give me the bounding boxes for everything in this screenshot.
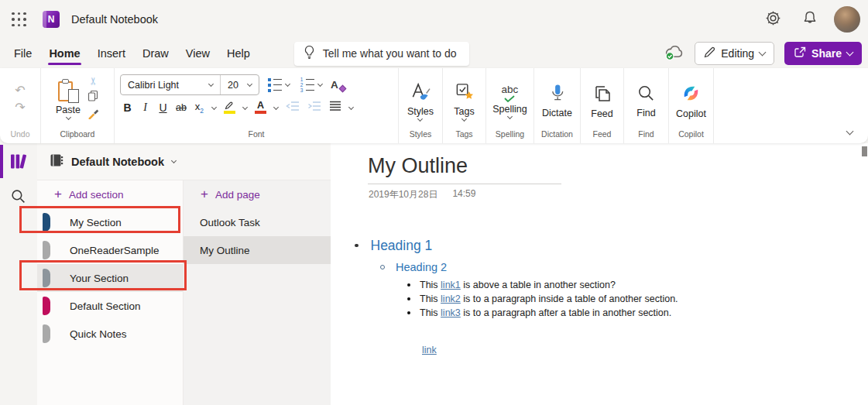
ribbon-group-tags: Tags Tags <box>443 68 486 143</box>
heading1-text[interactable]: Heading 1 <box>371 238 433 254</box>
link3-hyperlink[interactable]: link3 <box>441 307 461 318</box>
chevron-down-icon[interactable] <box>348 104 354 109</box>
notifications-button[interactable] <box>797 6 823 33</box>
format-painter-icon[interactable] <box>87 108 99 122</box>
font-group-label: Font <box>248 129 264 143</box>
notebooks-library-icon[interactable] <box>9 152 29 174</box>
section-label: OneReaderSample <box>70 245 160 256</box>
subscript-button[interactable]: x2 <box>194 101 204 115</box>
menu-insert[interactable]: Insert <box>89 39 134 68</box>
ribbon-spacer <box>714 68 868 143</box>
tags-label: Tags <box>454 106 474 117</box>
search-icon[interactable] <box>10 188 26 208</box>
chevron-down-icon <box>507 113 513 118</box>
standalone-hyperlink[interactable]: link <box>422 345 437 355</box>
onenote-logo-icon[interactable]: N <box>43 11 60 28</box>
styles-label: Styles <box>407 106 434 117</box>
pencil-icon <box>704 46 715 60</box>
bullet-icon <box>407 283 410 287</box>
add-page-button[interactable]: + Add page <box>184 180 331 208</box>
section-item-your-section[interactable]: Your Section <box>37 264 183 292</box>
page-item-my-outline[interactable]: My Outline <box>184 236 331 264</box>
font-color-a-icon: A <box>257 101 264 110</box>
clear-formatting-button[interactable]: A <box>331 79 345 91</box>
add-section-label: Add section <box>69 189 124 201</box>
share-button[interactable]: Share <box>784 42 862 65</box>
menu-file[interactable]: File <box>5 39 40 68</box>
styles-button[interactable]: Styles <box>407 77 434 121</box>
font-color-button[interactable]: A <box>255 101 266 114</box>
find-button[interactable]: Find <box>636 79 656 118</box>
menu-help[interactable]: Help <box>218 39 259 68</box>
copy-icon[interactable] <box>87 90 98 105</box>
paste-button[interactable]: Paste <box>56 79 81 119</box>
chevron-down-icon[interactable] <box>211 104 217 109</box>
bullet-icon <box>407 297 410 300</box>
vertical-scrollbar-thumb[interactable] <box>862 146 867 156</box>
bold-button[interactable]: B <box>122 101 132 114</box>
collapse-ribbon-icon[interactable] <box>846 128 854 136</box>
numbered-list-button[interactable]: 1 2 3 <box>298 77 324 94</box>
chevron-down-icon[interactable] <box>273 104 279 109</box>
section-item-default-section[interactable]: Default Section <box>37 292 183 320</box>
bullet-list-button[interactable] <box>266 77 291 94</box>
chevron-down-icon <box>759 49 767 57</box>
cut-icon[interactable]: ✂ <box>87 77 99 85</box>
bullet-item: This link3 is to a paragraph after a tab… <box>331 306 845 320</box>
section-item-my-section[interactable]: My Section <box>37 208 183 236</box>
chevron-down-icon <box>65 114 70 119</box>
add-section-button[interactable]: + Add section <box>37 180 183 208</box>
highlight-color-bar <box>224 111 235 114</box>
font-name-select[interactable]: Calibri Light <box>121 75 220 94</box>
workspace: Default Notebook + Add section My Sectio… <box>0 143 868 405</box>
section-color-tab <box>43 269 50 287</box>
chevron-down-icon <box>247 81 252 87</box>
ribbon-group-styles: Styles Styles <box>399 68 443 143</box>
ribbon-group-undo: ↶ ↷ Undo <box>0 68 41 143</box>
tags-button[interactable]: Tags <box>454 77 474 121</box>
editing-mode-button[interactable]: Editing <box>695 42 774 65</box>
settings-button[interactable] <box>760 6 786 33</box>
link2-hyperlink[interactable]: link2 <box>441 293 461 304</box>
gear-icon <box>765 10 781 29</box>
notebook-switcher[interactable]: Default Notebook <box>37 143 331 180</box>
chevron-down-icon <box>208 81 214 87</box>
italic-button[interactable]: I <box>140 101 150 114</box>
link1-hyperlink[interactable]: link1 <box>441 280 461 290</box>
increase-indent-icon[interactable] <box>307 101 321 115</box>
spelling-group-label: Spelling <box>496 129 524 143</box>
menu-draw[interactable]: Draw <box>134 39 177 68</box>
chevron-down-icon[interactable] <box>242 104 248 109</box>
underline-button[interactable]: U <box>158 101 168 114</box>
page-canvas[interactable]: My Outline 2019年10月28日 14:59 Heading 1 H… <box>331 143 868 405</box>
page-item-outlook-task[interactable]: Outlook Task <box>184 208 331 236</box>
strikethrough-button[interactable]: ab <box>176 102 187 113</box>
user-avatar[interactable] <box>834 6 860 33</box>
spelling-button[interactable]: abc Spelling <box>492 80 527 118</box>
highlight-button[interactable] <box>224 101 235 114</box>
decrease-indent-icon[interactable] <box>286 101 300 115</box>
dictate-button[interactable]: Dictate <box>542 79 572 118</box>
font-size-select[interactable]: 20 <box>220 75 259 94</box>
undo-icon[interactable]: ↶ <box>15 85 25 96</box>
bullet-item: This link2 is to a paragraph inside a ta… <box>331 292 845 306</box>
menu-view[interactable]: View <box>177 39 218 68</box>
heading2-text[interactable]: Heading 2 <box>396 261 447 273</box>
section-item-quick-notes[interactable]: Quick Notes <box>37 320 183 348</box>
sync-status-icon <box>664 43 684 64</box>
app-launcher-icon[interactable] <box>12 12 26 27</box>
section-item-onereadersample[interactable]: OneReaderSample <box>37 236 183 264</box>
page-title[interactable]: My Outline <box>368 154 468 178</box>
clipboard-group-label: Clipboard <box>60 129 95 143</box>
notebook-icon <box>50 153 63 170</box>
line-spacing-icon[interactable] <box>329 101 341 115</box>
left-rail <box>0 143 37 405</box>
feed-button[interactable]: Feed <box>591 79 613 119</box>
menu-home[interactable]: Home <box>40 39 88 68</box>
redo-icon[interactable]: ↷ <box>15 102 25 113</box>
page-datetime: 2019年10月28日 14:59 <box>369 188 475 201</box>
app-title: Default Notebook <box>71 13 158 26</box>
tell-me-search[interactable]: Tell me what you want to do <box>294 42 469 66</box>
styles-icon <box>410 82 431 105</box>
copilot-button[interactable]: Copilot <box>676 78 706 119</box>
